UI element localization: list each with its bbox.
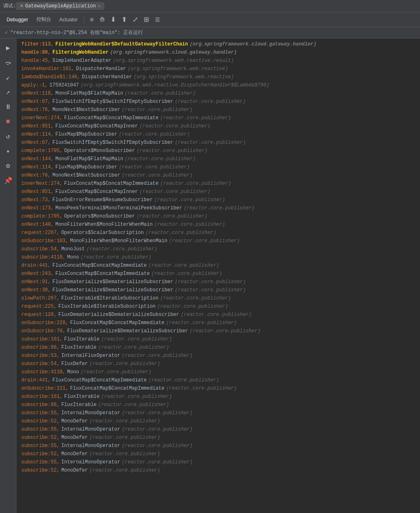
stack-frame-42[interactable]: onSubscribe:211,FluxConcatMap$ConcatMapI…	[16, 384, 420, 393]
evaluate-icon[interactable]: ✦	[2, 145, 14, 157]
menu-icon-button[interactable]: ≡	[88, 15, 95, 24]
package-name: (org.springframework.web.reactive)	[128, 65, 228, 73]
upload-icon-button[interactable]: ⬆	[120, 15, 129, 24]
class-name: MonoNext$NextSubscriber	[52, 106, 120, 114]
method-name: subscribe:86,	[21, 343, 60, 352]
stack-frame-6[interactable]: onNext:118,MonoFlatMap$FlatMapMain (reac…	[16, 89, 420, 98]
tab-close-button[interactable]: ✕	[98, 4, 100, 9]
stack-frame-7[interactable]: onNext:67,FluxSwitchIfEmpty$SwitchIfEmpt…	[16, 98, 420, 106]
stack-frame-15[interactable]: onNext:114,FluxMap$MapSubscriber (reacto…	[16, 163, 420, 171]
rerun-icon[interactable]: ↺	[2, 130, 14, 143]
stack-frame-38[interactable]: subscribe:53,InternalFluxOperator (react…	[16, 352, 420, 360]
stack-frame-30[interactable]: onNext:38,FluxDematerialize$Dematerializ…	[16, 286, 420, 294]
method-name: onNext:118,	[21, 89, 54, 98]
list-icon-button[interactable]: ≣	[153, 15, 162, 24]
stack-frame-51[interactable]: subscribe:55,InternalMonoOperator (react…	[16, 458, 420, 466]
download-icon-button[interactable]: ⬇	[108, 15, 118, 24]
main-layout: ▶ ⤼ ↙ ↗ ⏸ ■ ↺ ✦ ⚙ 📌 filter:113,Filtering…	[0, 39, 420, 513]
stack-frame-27[interactable]: drain:441,FluxConcatMap$ConcatMapImmedia…	[16, 261, 420, 270]
class-name: FluxIterable	[61, 401, 97, 409]
stack-frame-48[interactable]: subscribe:52,MonoDefer (reactor.core.pub…	[16, 434, 420, 442]
stack-area[interactable]: filter:113,FilteringWebHandler$DefaultGa…	[16, 39, 420, 513]
step-into-icon[interactable]: ↙	[2, 71, 14, 84]
class-name: FluxSwitchIfEmpty$SwitchIfEmptySubscribe…	[52, 98, 173, 106]
stack-frame-19[interactable]: onNext:73,FluxOnErrorResume$ResumeSubscr…	[16, 196, 420, 204]
stack-frame-31[interactable]: slowPath:267,FluxIterable$IterableSubscr…	[16, 294, 420, 302]
stack-frame-20[interactable]: onNext:173,MonoPeekTerminal$MonoTerminal…	[16, 204, 420, 212]
stack-frame-35[interactable]: onSubscribe:70,FluxDematerialize$Demater…	[16, 327, 420, 335]
class-name: FluxDematerialize$DematerializeSubscribe…	[67, 327, 188, 335]
stack-frame-37[interactable]: subscribe:86,FluxIterable (reactor.core.…	[16, 343, 420, 352]
stack-frame-45[interactable]: subscribe:55,InternalMonoOperator (react…	[16, 409, 420, 417]
settings-icon[interactable]: ⚙	[2, 160, 14, 172]
stack-frame-12[interactable]: onNext:67,FluxSwitchIfEmpty$SwitchIfEmpt…	[16, 138, 420, 147]
step-out-icon[interactable]: ↗	[2, 86, 14, 98]
stack-frame-2[interactable]: handle:45,SimpleHandlerAdapter (org.spri…	[16, 57, 420, 65]
package-name: (reactor.core.publisher)	[169, 237, 240, 245]
stack-frame-9[interactable]: innerNext:274,FluxConcatMap$ConcatMapImm…	[16, 114, 420, 122]
active-tab[interactable]: ☘ GatewaySampleApplication ✕	[16, 2, 104, 10]
package-name: (reactor.core.publisher)	[175, 278, 246, 286]
step-over-icon[interactable]: ⤼	[2, 57, 14, 69]
stack-frame-36[interactable]: subscribe:161,FluxIterable (reactor.core…	[16, 335, 420, 343]
stack-frame-50[interactable]: subscribe:52,MonoDefer (reactor.core.pub…	[16, 450, 420, 458]
stack-frame-33[interactable]: request:120,FluxDematerialize$Dematerial…	[16, 311, 420, 319]
stack-frame-10[interactable]: onNext:851,FluxConcatMap$ConcatMapInner …	[16, 122, 420, 130]
stack-frame-13[interactable]: complete:1705,Operators$MonoSubscriber (…	[16, 147, 420, 155]
stop-icon[interactable]: ■	[2, 116, 14, 128]
method-name: subscribe:55,	[21, 458, 60, 466]
stack-frame-8[interactable]: onNext:76,MonoNext$NextSubscriber (react…	[16, 106, 420, 114]
stack-frame-0[interactable]: filter:113,FilteringWebHandler$DefaultGa…	[16, 40, 420, 48]
stack-frame-17[interactable]: innerNext:274,FluxConcatMap$ConcatMapImm…	[16, 179, 420, 188]
stack-frame-1[interactable]: handle:88,FilteringWebHandler (org.sprin…	[16, 48, 420, 57]
resume-icon[interactable]: ▶	[2, 42, 14, 54]
package-name: (reactor.core.publisher)	[86, 245, 157, 253]
stack-frame-14[interactable]: onNext:144,MonoFlatMap$FlatMapMain (reac…	[16, 155, 420, 163]
stack-frame-32[interactable]: request:225,FluxIterable$IterableSubscri…	[16, 302, 420, 311]
actuator-tab-button[interactable]: Actuator	[56, 16, 81, 24]
class-name: FluxConcatMap$ConcatMapImmediate	[70, 384, 164, 393]
stack-frame-43[interactable]: subscribe:161,FluxIterable (reactor.core…	[16, 393, 420, 401]
package-name: (reactor.core.publisher)	[89, 434, 160, 442]
class-name: FluxSwitchIfEmpty$SwitchIfEmptySubscribe…	[52, 138, 173, 147]
pause-icon[interactable]: ⏸	[2, 101, 14, 113]
filter-icon-button[interactable]: ⤢	[131, 15, 140, 24]
stack-frame-21[interactable]: complete:1705,Operators$MonoSubscriber (…	[16, 212, 420, 220]
stack-frame-44[interactable]: subscribe:86,FluxIterable (reactor.core.…	[16, 401, 420, 409]
stack-frame-40[interactable]: subscribe:4110,Mono (reactor.core.publis…	[16, 368, 420, 376]
stack-frame-25[interactable]: subscribe:54,MonoJust (reactor.core.publ…	[16, 245, 420, 253]
stack-frame-46[interactable]: subscribe:52,MonoDefer (reactor.core.pub…	[16, 417, 420, 425]
stack-frame-5[interactable]: apply:-1,1759241047 (org.springframework…	[16, 81, 420, 89]
status-thread-info: "reactor-http-nio-2"@8,254 在组"main": 正在运…	[10, 29, 143, 36]
grid-icon-button[interactable]: ⊞	[142, 15, 151, 24]
stack-frame-23[interactable]: request:2267,Operators$ScalarSubscriptio…	[16, 229, 420, 237]
stack-frame-16[interactable]: onNext:76,MonoNext$NextSubscriber (react…	[16, 171, 420, 179]
package-name: (reactor.core.publisher)	[122, 171, 193, 179]
stack-frame-24[interactable]: onSubscribe:103,MonoFilterWhen$MonoFilte…	[16, 237, 420, 245]
stack-frame-22[interactable]: onNext:140,MonoFilterWhen$MonoFilterWhen…	[16, 220, 420, 229]
stack-frame-41[interactable]: drain:441,FluxConcatMap$ConcatMapImmedia…	[16, 376, 420, 384]
method-name: onNext:851,	[21, 188, 54, 196]
stack-frame-26[interactable]: subscribe:4110,Mono (reactor.core.publis…	[16, 253, 420, 261]
class-name: FluxIterable	[64, 335, 99, 343]
stack-frame-18[interactable]: onNext:851,FluxConcatMap$ConcatMapInner …	[16, 188, 420, 196]
stack-frame-3[interactable]: invokeHandler:161,DispatcherHandler (org…	[16, 65, 420, 73]
package-name: (reactor.core.publisher)	[140, 188, 210, 196]
stack-frame-4[interactable]: lambda$handle$1:146,DispatcherHandler (o…	[16, 73, 420, 81]
class-name: FluxConcatMap$ConcatMapImmediate	[70, 319, 164, 327]
restore-icon-button[interactable]: ⟰	[97, 15, 107, 24]
class-name: FluxIterable$IterableSubscription	[61, 294, 159, 302]
stack-frame-52[interactable]: subscribe:52,MonoDefer (reactor.core.pub…	[16, 466, 420, 474]
stack-frame-28[interactable]: onNext:243,FluxConcatMap$ConcatMapImmedi…	[16, 270, 420, 278]
method-name: onNext:38,	[21, 286, 51, 294]
stack-frame-47[interactable]: subscribe:55,InternalMonoOperator (react…	[16, 425, 420, 434]
package-name: (reactor.core.publisher)	[122, 458, 193, 466]
stack-frame-29[interactable]: onNext:91,FluxDematerialize$Dematerializ…	[16, 278, 420, 286]
console-tab-button[interactable]: 控制台	[33, 15, 54, 24]
pin-icon[interactable]: 📌	[2, 175, 14, 187]
stack-frame-39[interactable]: subscribe:54,FluxDefer (reactor.core.pub…	[16, 360, 420, 368]
stack-frame-11[interactable]: onNext:114,FluxMap$MapSubscriber (reacto…	[16, 130, 420, 138]
debugger-tab-button[interactable]: Debugger	[3, 16, 32, 24]
stack-frame-34[interactable]: onSubscribe:228,FluxConcatMap$ConcatMapI…	[16, 319, 420, 327]
stack-frame-49[interactable]: subscribe:55,InternalMonoOperator (react…	[16, 442, 420, 450]
